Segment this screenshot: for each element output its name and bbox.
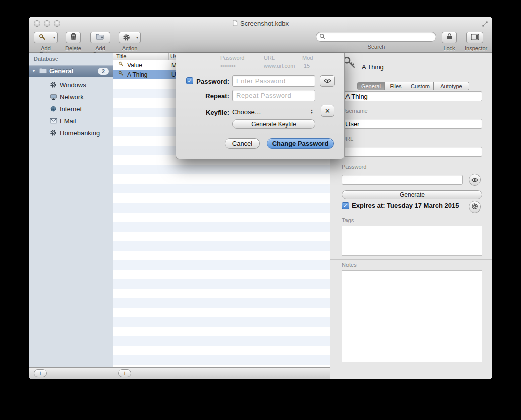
add-group-button[interactable]	[90, 32, 110, 43]
entry-title: Value	[127, 62, 169, 69]
sheet-password-label: Password:	[195, 78, 229, 85]
inspector-button[interactable]	[466, 32, 483, 43]
list-stripe	[113, 232, 330, 241]
sidebar-item-windows[interactable]: Windows	[29, 79, 113, 91]
keyfile-popup-value: Choose…	[232, 108, 261, 116]
list-stripe	[113, 174, 330, 184]
sidebar-item-homebanking[interactable]: Homebanking	[29, 127, 113, 139]
sidebar-header: Database	[34, 56, 58, 62]
add-entry-plus-button[interactable]: +	[118, 369, 131, 377]
sidebar-group-label: General	[49, 67, 98, 75]
password-field[interactable]	[342, 175, 463, 185]
group-count-badge: 2	[98, 68, 109, 75]
globe-icon	[49, 105, 58, 112]
inspector-panel-icon	[471, 33, 479, 42]
expires-settings-button[interactable]	[469, 201, 481, 213]
sidebar-group-general[interactable]: ▼ General 2	[29, 65, 113, 77]
action-button[interactable]: ▼	[119, 32, 141, 43]
search-input[interactable]	[327, 33, 433, 40]
lock-label: Lock	[441, 45, 458, 51]
sheet-reveal-password-button[interactable]	[320, 75, 335, 87]
list-stripe	[113, 203, 330, 213]
disclosure-triangle-icon[interactable]: ▼	[29, 69, 39, 73]
sidebar: Database ▼ General 2 Windows Network	[29, 53, 113, 367]
title-field[interactable]	[342, 91, 482, 101]
password-label: Password	[342, 164, 366, 170]
list-stripe	[113, 317, 330, 327]
cancel-button[interactable]: Cancel	[225, 138, 260, 149]
sidebar-item-label: Windows	[60, 81, 86, 89]
sidebar-item-internet[interactable]: Internet	[29, 103, 113, 115]
ghost-column-password: Password	[220, 55, 244, 61]
expires-checkbox[interactable]: ✓	[342, 202, 349, 209]
folder-icon	[39, 67, 47, 76]
delete-label: Delete	[65, 45, 82, 51]
eye-icon	[471, 176, 478, 184]
key-icon	[34, 32, 51, 43]
eye-icon	[324, 78, 331, 85]
password-enable-checkbox[interactable]: ✓	[186, 77, 193, 84]
column-header-title[interactable]: Title	[116, 53, 126, 59]
fullscreen-icon[interactable]	[482, 20, 488, 29]
list-stripe	[113, 270, 330, 279]
lock-icon	[446, 33, 453, 42]
sidebar-item-label: Homebanking	[60, 129, 100, 137]
key-icon	[118, 71, 124, 78]
bottom-bar: + +	[29, 367, 330, 379]
inspector-entry-title: A Thing	[362, 63, 384, 71]
section-divider	[330, 259, 492, 260]
tab-files[interactable]: Files	[384, 82, 407, 90]
ghost-password-dots: ••••••••	[220, 63, 236, 69]
notes-field[interactable]	[342, 270, 482, 362]
search-field[interactable]	[316, 32, 436, 42]
delete-button[interactable]	[66, 32, 81, 43]
sidebar-item-label: Internet	[60, 105, 82, 113]
lock-button[interactable]	[442, 32, 457, 43]
chevron-down-icon: ▼	[134, 32, 140, 43]
gear-icon	[49, 81, 58, 88]
notes-label: Notes	[342, 262, 357, 268]
sidebar-item-email[interactable]: EMail	[29, 115, 113, 127]
list-stripe	[113, 327, 330, 336]
search-label: Search	[316, 44, 436, 50]
monitor-icon	[49, 94, 58, 100]
list-stripe	[113, 298, 330, 308]
generate-keyfile-button[interactable]: Generate Keyfile	[232, 119, 315, 129]
list-stripe	[113, 260, 330, 270]
expires-row: ✓ Expires at: Tuesday 17 March 2015	[342, 202, 459, 209]
popup-arrows-icon: ▲▼	[310, 109, 315, 114]
tags-label: Tags	[342, 217, 354, 223]
window-title-text: Screenshot.kdbx	[240, 20, 289, 27]
change-password-button[interactable]: Change Password	[267, 138, 334, 149]
tags-field[interactable]	[342, 226, 482, 256]
key-icon	[118, 61, 124, 69]
reveal-password-button[interactable]	[469, 174, 481, 186]
ghost-column-modified: Mod	[302, 55, 313, 61]
keyfile-popup[interactable]: Choose… ▲▼	[232, 106, 315, 117]
tab-custom[interactable]: Custom	[407, 82, 433, 90]
add-group-plus-button[interactable]: +	[34, 369, 47, 377]
app-window: Screenshot.kdbx ▼ Add Entry	[29, 17, 492, 379]
sheet-repeat-input[interactable]	[232, 90, 315, 101]
clear-keyfile-button[interactable]: ✕	[321, 105, 334, 117]
tab-autotype[interactable]: Autotype	[433, 82, 469, 90]
add-entry-button[interactable]: ▼	[34, 32, 58, 43]
action-label: Action	[119, 45, 141, 51]
list-stripe	[113, 184, 330, 193]
sidebar-item-label: Network	[60, 93, 84, 101]
list-stripe	[113, 241, 330, 251]
url-field[interactable]	[342, 147, 482, 157]
generate-password-button[interactable]: Generate	[342, 190, 482, 199]
username-field[interactable]	[342, 119, 482, 129]
inspector-panel: A Thing General Files Custom Autotype Us…	[330, 53, 492, 379]
trash-icon	[70, 33, 77, 42]
list-stripe	[113, 251, 330, 260]
sidebar-item-network[interactable]: Network	[29, 91, 113, 103]
sheet-password-input[interactable]	[232, 75, 315, 87]
window-title: Screenshot.kdbx	[29, 19, 492, 28]
sidebar-item-label: EMail	[60, 117, 76, 125]
tab-general[interactable]: General	[358, 82, 384, 90]
sheet-keyfile-label: Keyfile:	[195, 109, 229, 116]
column-divider[interactable]	[168, 53, 169, 60]
sheet-repeat-label: Repeat:	[195, 92, 229, 100]
